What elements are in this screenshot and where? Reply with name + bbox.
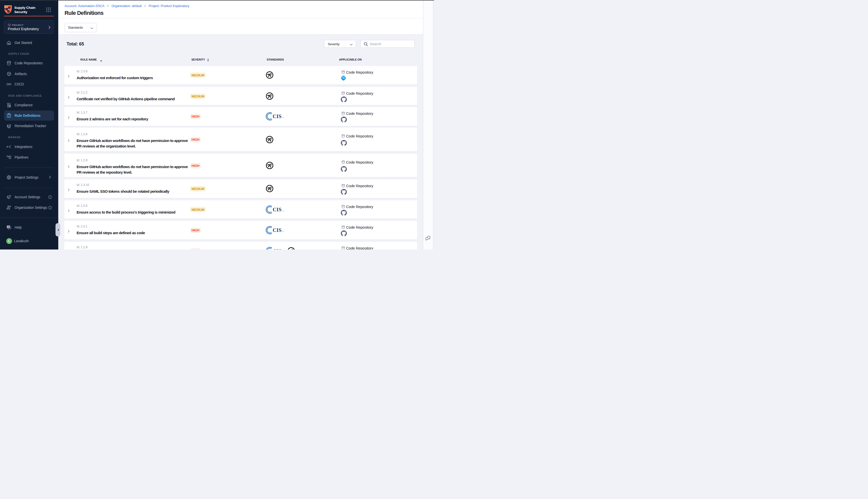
svg-text:CIS: CIS (273, 207, 282, 212)
svg-text:CIS: CIS (273, 113, 282, 119)
svg-text:CIS: CIS (273, 248, 282, 250)
svg-text:?: ? (8, 226, 9, 228)
svg-text:CIS: CIS (273, 227, 282, 233)
